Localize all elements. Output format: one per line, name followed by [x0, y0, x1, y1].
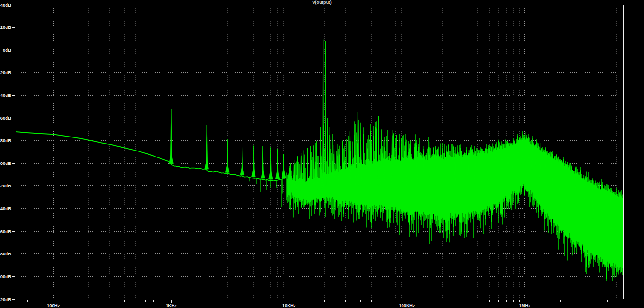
- y-tick-label: -20dB: [0, 70, 11, 75]
- y-tick-label: -60dB: [0, 116, 11, 121]
- y-tick-label: -80dB: [0, 138, 11, 143]
- spectrum-plot[interactable]: 100Hz1KHz10KHz100KHz1MHz40dB20dB0dB-20dB…: [0, 0, 644, 308]
- y-tick-label: -160dB: [0, 229, 11, 234]
- x-tick-label: 100KHz: [399, 303, 415, 308]
- y-tick-label: -120dB: [0, 183, 11, 188]
- fft-plot-window: 100Hz1KHz10KHz100KHz1MHz40dB20dB0dB-20dB…: [0, 0, 644, 308]
- x-tick-label: 1MHz: [519, 303, 530, 308]
- y-tick-label: -100dB: [0, 161, 11, 166]
- y-tick-label: -140dB: [0, 206, 11, 211]
- y-tick-label: -180dB: [0, 251, 11, 256]
- trace-v-output[interactable]: [16, 40, 623, 281]
- x-tick-label: 100Hz: [47, 303, 60, 308]
- y-tick-label: 20dB: [0, 25, 11, 30]
- axis-labels: 100Hz1KHz10KHz100KHz1MHz40dB20dB0dB-20dB…: [0, 2, 530, 308]
- y-tick-label: -200dB: [0, 274, 11, 279]
- x-tick-label: 10KHz: [282, 303, 296, 308]
- y-tick-label: -40dB: [0, 93, 11, 98]
- y-tick-label: -220dB: [0, 297, 11, 302]
- plot-title: V(output): [0, 0, 644, 5]
- x-tick-label: 1KHz: [166, 303, 177, 308]
- y-tick-label: 0dB: [3, 48, 11, 53]
